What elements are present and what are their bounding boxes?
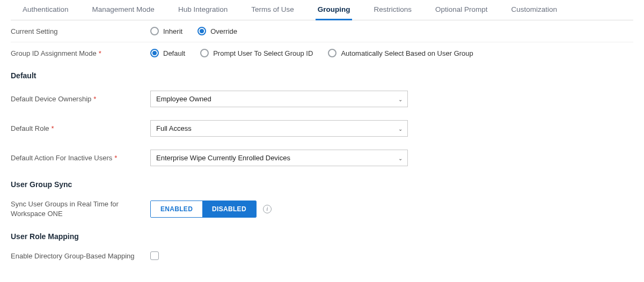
tab-authentication[interactable]: Authentication [11,0,80,20]
required-asterisk: * [114,154,117,162]
radio-label: Default [163,49,185,57]
toggle-enabled[interactable]: ENABLED [151,201,202,217]
radio-label: Override [210,27,237,35]
checkbox-directory-mapping[interactable] [150,251,159,260]
radio-prompt-user[interactable]: Prompt User To Select Group ID [200,49,313,57]
row-device-ownership: Default Device Ownership* Employee Owned… [11,84,633,114]
tab-label: Authentication [23,5,69,13]
tab-label: Terms of Use [251,5,294,13]
tab-grouping[interactable]: Grouping [306,0,362,20]
radio-icon [197,27,206,35]
radio-label: Automatically Select Based on User Group [341,49,473,57]
tab-restrictions[interactable]: Restrictions [362,0,423,20]
tab-label: Customization [511,5,558,13]
tab-customization[interactable]: Customization [500,0,569,20]
radio-icon [200,49,209,57]
label-current-setting: Current Setting [11,27,150,35]
label-inactive-action: Default Action For Inactive Users* [11,154,150,162]
tab-hub-integration[interactable]: Hub Integration [166,0,239,20]
select-default-role[interactable]: Full Access [150,120,408,137]
label-directory-mapping: Enable Directory Group-Based Mapping [11,252,150,260]
label-group-id-mode: Group ID Assignment Mode* [11,49,150,57]
tab-label: Hub Integration [178,5,228,13]
radio-group-group-id-mode: Default Prompt User To Select Group ID A… [150,49,473,57]
radio-icon [150,49,159,57]
radio-inherit[interactable]: Inherit [150,27,182,35]
tab-label: Restrictions [374,5,412,13]
label-default-role: Default Role* [11,124,150,132]
radio-auto-select[interactable]: Automatically Select Based on User Group [328,49,473,57]
toggle-disabled[interactable]: DISABLED [202,201,256,217]
radio-override[interactable]: Override [197,27,237,35]
tab-terms-of-use[interactable]: Terms of Use [239,0,306,20]
section-heading-default: Default [11,64,633,84]
label-device-ownership: Default Device Ownership* [11,95,150,103]
radio-icon [150,27,159,35]
select-inactive-action[interactable]: Enterprise Wipe Currently Enrolled Devic… [150,150,408,166]
row-sync-realtime: Sync User Groups in Real Time for Worksp… [11,193,633,225]
required-asterisk: * [93,95,96,103]
radio-icon [328,49,336,57]
radio-label: Inherit [163,27,182,35]
row-inactive-action: Default Action For Inactive Users* Enter… [11,143,633,173]
required-asterisk: * [99,49,101,57]
radio-default[interactable]: Default [150,49,185,57]
toggle-sync-realtime: ENABLED DISABLED [150,201,257,218]
row-group-id-mode: Group ID Assignment Mode* Default Prompt… [11,42,633,64]
row-directory-mapping: Enable Directory Group-Based Mapping [11,245,633,266]
label-sync-realtime: Sync User Groups in Real Time for Worksp… [11,199,150,218]
row-default-role: Default Role* Full Access ⌄ [11,114,633,143]
radio-label: Prompt User To Select Group ID [213,49,313,57]
tab-management-mode[interactable]: Management Mode [80,0,166,20]
tab-optional-prompt[interactable]: Optional Prompt [423,0,500,20]
section-heading-user-group-sync: User Group Sync [11,173,633,193]
radio-group-current-setting: Inherit Override [150,27,237,35]
row-current-setting: Current Setting Inherit Override [11,20,633,42]
info-icon[interactable]: i [263,205,272,213]
select-device-ownership[interactable]: Employee Owned [150,91,408,107]
tab-bar: Authentication Management Mode Hub Integ… [11,0,633,20]
tab-label: Optional Prompt [435,5,488,13]
tab-label: Grouping [318,5,350,13]
tab-label: Management Mode [92,5,155,13]
section-heading-user-role-mapping: User Role Mapping [11,225,633,245]
required-asterisk: * [52,124,54,132]
